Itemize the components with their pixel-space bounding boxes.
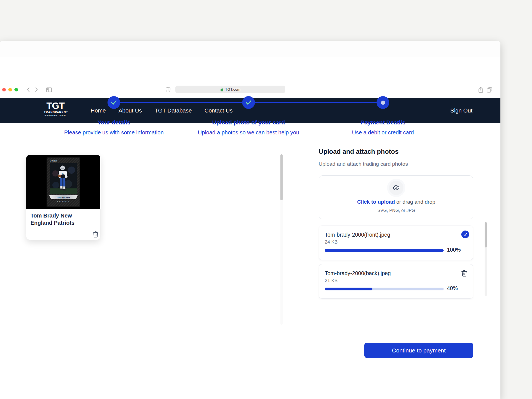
close-window-button[interactable] — [2, 88, 6, 91]
content-scrollbar-track[interactable] — [280, 154, 283, 325]
minimize-window-button[interactable] — [8, 88, 12, 91]
step-1-label: Your details Please provide us with some… — [42, 119, 186, 136]
upload-panel-subheading: Upload and attach trading card photos — [319, 161, 408, 167]
delete-card-icon[interactable] — [92, 231, 99, 238]
browser-toolbar — [0, 41, 500, 57]
card-brand-text: PRIZM — [50, 160, 57, 162]
card-player-name: TOM BRADY — [57, 196, 70, 199]
file-size: 24 KB — [325, 239, 337, 245]
url-text: TGT.com — [225, 87, 241, 91]
progress-bar-track — [325, 288, 444, 290]
step-title: Upload photo of your card — [177, 119, 321, 126]
file-progress-fill-0 — [325, 249, 444, 252]
trading-card-thumbnail[interactable]: 12 PRIZM TOM BRADY PATRIOTS — [26, 155, 100, 209]
url-bar[interactable]: TGT.com — [175, 86, 285, 93]
step-subtitle: Please provide us with some information — [42, 129, 186, 136]
check-icon — [463, 232, 467, 237]
trading-card-graphic: 12 PRIZM TOM BRADY PATRIOTS — [47, 157, 80, 207]
logo-acronym: TGT — [44, 101, 67, 110]
file-name: Tom-brady-2000(back).jpeg — [325, 270, 391, 277]
back-icon[interactable] — [26, 87, 31, 93]
step-2-label: Upload photo of your card Upload a photo… — [177, 119, 321, 136]
card-jersey-number: 12 — [61, 172, 64, 175]
dropzone-formats: SVG, PNG, or JPG — [319, 208, 474, 213]
upload-dropzone[interactable]: Click to upload or drag and drop SVG, PN… — [319, 175, 473, 219]
step-title: Payment Deatils — [311, 119, 455, 126]
forward-icon[interactable] — [34, 87, 39, 93]
nav-link-contact-us[interactable]: Contact Us — [204, 107, 232, 114]
file-list-scrollbar-thumb[interactable] — [485, 222, 487, 247]
nav-link-home[interactable]: Home — [91, 107, 106, 114]
click-to-upload-link[interactable]: Click to upload — [357, 199, 395, 205]
current-step-dot — [381, 101, 385, 105]
continue-to-payment-button[interactable]: Continue to payment — [364, 343, 473, 358]
cloud-upload-icon — [393, 184, 400, 191]
check-icon — [110, 99, 117, 106]
progress-percent: 40% — [447, 285, 458, 291]
upload-complete-badge — [461, 231, 469, 238]
dropzone-text: Click to upload or drag and drop — [319, 199, 474, 205]
step-3-label: Payment Deatils Use a debit or credit ca… — [311, 119, 455, 136]
step-2-indicator[interactable] — [242, 96, 255, 109]
nav-link-tgt-database[interactable]: TGT Database — [155, 107, 192, 114]
screen: TGT.com TGT TRANSPARENT GRADING TEAM Hom… — [0, 0, 532, 399]
nav-link-about-us[interactable]: About Us — [119, 107, 142, 114]
file-name: Tom-brady-2000(front).jpeg — [325, 232, 390, 238]
step-subtitle: Use a debit or credit card — [311, 129, 455, 136]
card-item-title: Tom Brady New England Patriots — [30, 212, 93, 226]
tab-overview-icon[interactable] — [487, 87, 492, 93]
step-1-indicator[interactable] — [108, 96, 120, 109]
file-list-scrollbar-track[interactable] — [485, 222, 487, 296]
lock-icon — [220, 88, 224, 91]
tgt-logo[interactable]: TGT TRANSPARENT GRADING TEAM — [44, 101, 67, 116]
card-team-name: PATRIOTS — [57, 201, 69, 202]
progress-percent: 100% — [447, 247, 461, 253]
file-progress-fill-1 — [325, 288, 372, 290]
delete-file-icon[interactable] — [461, 270, 468, 277]
step-title: Your details — [42, 119, 186, 126]
upload-icon-circle — [389, 181, 403, 195]
privacy-shield-icon[interactable] — [165, 87, 171, 93]
trading-card-item: 12 PRIZM TOM BRADY PATRIOTS Tom Brady Ne… — [26, 155, 100, 240]
zoom-window-button[interactable] — [14, 88, 18, 91]
content-scrollbar-thumb[interactable] — [280, 154, 283, 200]
logo-line1: TRANSPARENT — [44, 111, 67, 114]
upload-panel-heading: Upload and attach photos — [319, 148, 399, 155]
logo-line2: GRADING TEAM — [44, 114, 67, 116]
file-size: 21 KB — [325, 278, 337, 283]
step-3-indicator[interactable] — [377, 96, 389, 109]
dropzone-hint: or drag and drop — [396, 199, 435, 205]
uploaded-file-card: Tom-brady-2000(back).jpeg 21 KB 40% — [319, 264, 473, 299]
share-icon[interactable] — [478, 86, 484, 93]
uploaded-file-card: Tom-brady-2000(front).jpeg 24 KB 100% — [319, 226, 473, 260]
check-icon — [245, 99, 252, 106]
step-subtitle: Upload a photos so we can best help you — [177, 129, 321, 136]
progress-bar-track — [325, 249, 444, 252]
sidebar-toggle-icon[interactable] — [46, 87, 52, 93]
